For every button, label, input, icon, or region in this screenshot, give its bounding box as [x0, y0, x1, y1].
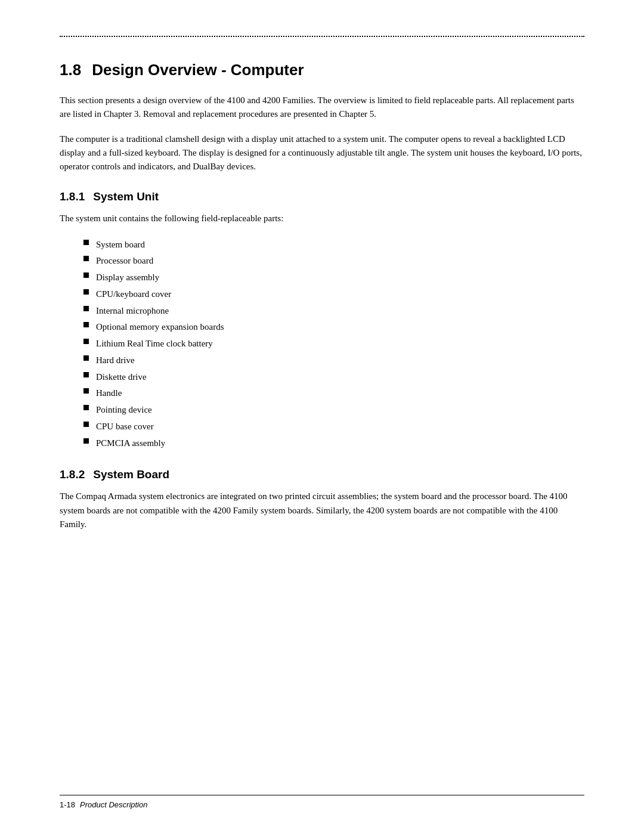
list-item-text: Diskette drive: [96, 369, 147, 386]
bullet-icon: [83, 422, 89, 427]
section-title: 1.8Design Overview - Computer: [60, 61, 584, 79]
list-item-text: System board: [96, 237, 145, 253]
list-item-text: CPU/keyboard cover: [96, 286, 171, 303]
list-item: Display assembly: [83, 270, 584, 286]
list-item: Processor board: [83, 253, 584, 270]
bullet-icon: [83, 240, 89, 245]
page-footer: 1-18 Product Description: [60, 795, 584, 809]
list-item-text: Pointing device: [96, 402, 152, 419]
list-item: PCMCIA assembly: [83, 435, 584, 452]
bullet-icon: [83, 306, 89, 311]
subsection-1-intro: The system unit contains the following f…: [60, 212, 584, 225]
bullet-icon: [83, 272, 89, 278]
subsection-2-body: The Compaq Armada system electronics are…: [60, 490, 584, 531]
bullet-icon: [83, 355, 89, 361]
bullet-icon: [83, 339, 89, 344]
bullet-icon: [83, 289, 89, 295]
page-container: 1.8Design Overview - Computer This secti…: [0, 0, 644, 833]
bullet-icon: [83, 372, 89, 377]
list-item: Optional memory expansion boards: [83, 319, 584, 336]
bullet-list: System boardProcessor boardDisplay assem…: [83, 237, 584, 452]
list-item: Internal microphone: [83, 303, 584, 320]
section-heading-text: Design Overview - Computer: [92, 61, 304, 79]
footer-page-number: 1-18: [60, 800, 75, 809]
list-item: Pointing device: [83, 402, 584, 419]
bullet-icon: [83, 438, 89, 444]
list-item-text: Handle: [96, 385, 122, 402]
list-item: Hard drive: [83, 352, 584, 369]
list-item-text: Hard drive: [96, 352, 135, 369]
list-item: Handle: [83, 385, 584, 402]
bullet-icon: [83, 388, 89, 394]
subsection-1-number: 1.8.1: [60, 190, 85, 203]
intro-paragraph-1: This section presents a design overview …: [60, 94, 584, 122]
list-item: System board: [83, 237, 584, 253]
subsection-1-heading-text: System Unit: [93, 190, 159, 203]
subsection-2-heading-text: System Board: [93, 468, 169, 481]
list-item-text: Optional memory expansion boards: [96, 319, 224, 336]
subsection-2-title: 1.8.2System Board: [60, 468, 584, 481]
footer-title: Product Description: [80, 800, 147, 809]
list-item-text: Display assembly: [96, 270, 159, 286]
list-item: Diskette drive: [83, 369, 584, 386]
bullet-icon: [83, 322, 89, 327]
subsection-1-title: 1.8.1System Unit: [60, 190, 584, 203]
bullet-icon: [83, 405, 89, 410]
list-item-text: Processor board: [96, 253, 153, 270]
list-item: Lithium Real Time clock battery: [83, 336, 584, 352]
bullet-icon: [83, 256, 89, 261]
dotted-rule: [60, 36, 584, 37]
list-item-text: Lithium Real Time clock battery: [96, 336, 213, 352]
list-item: CPU/keyboard cover: [83, 286, 584, 303]
list-item-text: CPU base cover: [96, 419, 154, 435]
section-number: 1.8: [60, 61, 81, 79]
subsection-2-number: 1.8.2: [60, 468, 85, 481]
list-item-text: PCMCIA assembly: [96, 435, 165, 452]
intro-paragraph-2: The computer is a traditional clamshell …: [60, 132, 584, 174]
list-item: CPU base cover: [83, 419, 584, 435]
list-item-text: Internal microphone: [96, 303, 169, 320]
